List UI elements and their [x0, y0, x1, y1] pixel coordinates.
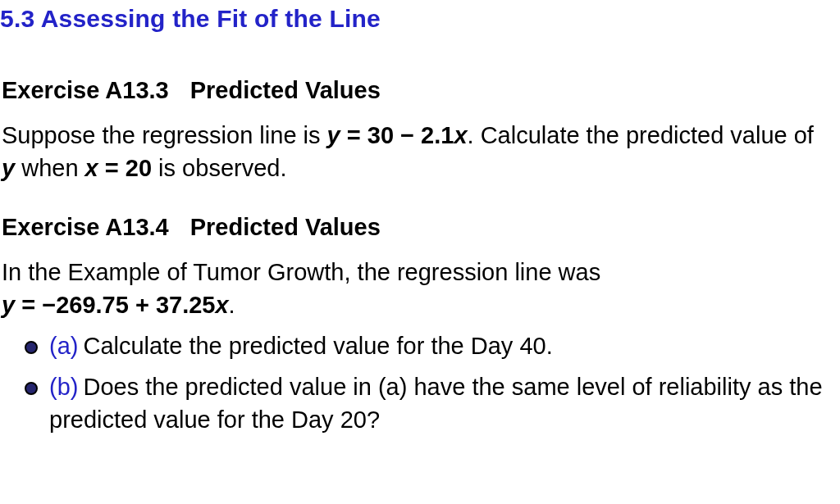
eq-rhs-const: 30 − 2.1 — [368, 122, 454, 148]
prompt-tail: is observed. — [152, 155, 286, 181]
exercise-title: Predicted Values — [190, 77, 381, 103]
x-val: 20 — [126, 155, 152, 181]
list-item: (b)Does the predicted value in (a) have … — [25, 370, 833, 436]
exercise-a13-4: Exercise A13.4Predicted Values In the Ex… — [2, 214, 833, 436]
exercise-prompt: In the Example of Tumor Growth, the regr… — [2, 256, 833, 321]
exercise-label: Exercise A13.3 — [2, 77, 169, 104]
page: 5.3 Assessing the Fit of the Line Exerci… — [0, 0, 840, 436]
x-equals: = — [98, 155, 126, 181]
prompt-after-eq: . Calculate the predicted value of — [468, 122, 814, 148]
exercise-label: Exercise A13.4 — [2, 214, 169, 241]
parts-list: (a)Calculate the predicted value for the… — [25, 329, 833, 436]
eq2-equals: = — [15, 292, 42, 318]
list-item-content: (b)Does the predicted value in (a) have … — [49, 370, 833, 436]
exercise-heading: Exercise A13.3Predicted Values — [2, 77, 833, 104]
exercise-title: Predicted Values — [190, 214, 381, 240]
section-title: 5.3 Assessing the Fit of the Line — [0, 5, 833, 33]
part-label: (b) — [49, 374, 78, 400]
prompt-lead: Suppose the regression line is — [2, 122, 327, 148]
eq2-rhs-const: −269.75 + 37.25 — [42, 292, 215, 318]
exercise-heading: Exercise A13.4Predicted Values — [2, 214, 833, 241]
bullet-icon — [25, 341, 38, 354]
eq-equals: = — [340, 122, 368, 148]
bullet-icon — [25, 382, 38, 395]
list-item: (a)Calculate the predicted value for the… — [25, 329, 833, 362]
y-var: y — [2, 155, 15, 181]
x-var: x — [85, 155, 98, 181]
section-title-text: Assessing the Fit of the Line — [41, 5, 381, 32]
exercise-prompt: Suppose the regression line is y = 30 − … — [2, 119, 833, 184]
eq-lhs: y — [327, 122, 340, 148]
eq2-rhs-var: x — [215, 292, 228, 318]
section-number: 5.3 — [0, 5, 34, 32]
part-text: Does the predicted value in (a) have the… — [49, 374, 823, 433]
part-label: (a) — [49, 333, 78, 359]
part-text: Calculate the predicted value for the Da… — [83, 333, 552, 359]
prompt2-tail: . — [229, 292, 235, 318]
exercise-a13-3: Exercise A13.3Predicted Values Suppose t… — [2, 77, 833, 184]
list-item-content: (a)Calculate the predicted value for the… — [49, 329, 553, 362]
when-text: when — [15, 155, 84, 181]
eq-rhs-var: x — [454, 122, 467, 148]
prompt2-lead: In the Example of Tumor Growth, the regr… — [2, 259, 600, 285]
eq2-lhs: y — [2, 292, 15, 318]
